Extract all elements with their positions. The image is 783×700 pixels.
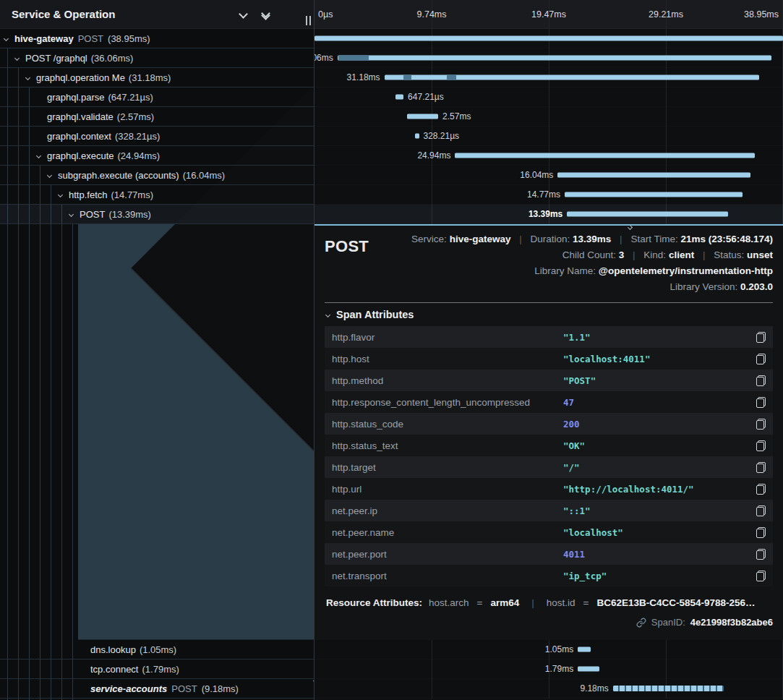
tree-row-graphql-execute[interactable]: graphql.execute (24.94ms) xyxy=(0,146,314,166)
span-operation: graphql.execute xyxy=(47,150,114,161)
duration-label: 1.79ms xyxy=(545,660,573,679)
span-bar[interactable] xyxy=(557,173,750,178)
tree-row-service-accounts-post[interactable]: service-accounts POST (9.18ms) xyxy=(0,679,314,699)
tree-row-post-graphql[interactable]: POST /graphql (36.06ms) xyxy=(0,48,314,68)
timeline-rows-bottom: 1.05ms 1.79ms 9.18ms xyxy=(315,640,783,699)
chevron-down-icon xyxy=(325,312,330,317)
copy-icon[interactable] xyxy=(756,397,766,408)
tree-row-graphql-validate[interactable]: graphql.validate (2.57ms) xyxy=(0,107,314,127)
link-icon[interactable] xyxy=(636,618,646,628)
span-bar-segment xyxy=(338,56,369,61)
duration-label: 14.77ms xyxy=(527,185,560,205)
tree-guide-line xyxy=(72,224,73,700)
span-operation: http.fetch xyxy=(69,189,107,200)
tick-label: 0µs xyxy=(318,0,333,29)
tree-row-hive-gateway-post[interactable]: hive-gateway POST (38.95ms) xyxy=(0,29,314,48)
span-operation: graphql.operation Me xyxy=(36,72,125,83)
copy-icon[interactable] xyxy=(756,332,766,343)
copy-icon[interactable] xyxy=(756,354,766,364)
attribute-row: net.peer.port 4011 xyxy=(325,543,773,565)
copy-icon[interactable] xyxy=(756,419,766,430)
copy-icon[interactable] xyxy=(756,527,766,538)
copy-icon[interactable] xyxy=(756,505,766,516)
tree-row-dns-lookup[interactable]: dns.lookup (1.05ms) xyxy=(0,640,314,660)
duration-label: 1.05ms xyxy=(545,640,573,660)
copy-icon[interactable] xyxy=(756,484,766,495)
tree-row-tcp-connect[interactable]: tcp.connect (1.79ms) xyxy=(0,660,314,679)
copy-icon[interactable] xyxy=(756,375,766,386)
span-bar[interactable] xyxy=(567,212,728,217)
trace-viewer: Service & Operation hive-gateway POST (3… xyxy=(0,0,783,700)
span-tree-panel: Service & Operation hive-gateway POST (3… xyxy=(0,0,314,700)
double-chevron-down-icon[interactable] xyxy=(262,10,269,19)
timeline-row: 38.95ms xyxy=(315,29,783,48)
timeline-row: 2.57ms xyxy=(315,107,783,127)
tree-guide-line xyxy=(40,166,40,700)
span-bar[interactable] xyxy=(385,75,759,80)
attribute-row: http.status_code 200 xyxy=(325,413,773,435)
span-bar[interactable] xyxy=(613,686,724,691)
expander-down-icon[interactable] xyxy=(69,213,80,216)
span-operation: POST xyxy=(171,683,197,694)
span-bar[interactable] xyxy=(455,153,755,158)
attribute-row: net.peer.ip "::1" xyxy=(325,500,773,521)
expander-down-icon[interactable] xyxy=(37,154,47,158)
copy-icon[interactable] xyxy=(756,462,766,473)
tree-guide-line xyxy=(61,205,62,700)
copy-icon[interactable] xyxy=(756,440,766,451)
span-duration: (16.04ms) xyxy=(183,170,226,181)
tree-row-post-selected[interactable]: POST (13.39ms) xyxy=(0,205,314,224)
panel-resizer[interactable] xyxy=(306,16,311,25)
tree-row-http-fetch[interactable]: http.fetch (14.77ms) xyxy=(0,185,314,205)
attribute-row: http.target "/" xyxy=(325,456,773,478)
span-bar[interactable] xyxy=(395,95,403,100)
duration-label: 13.39ms xyxy=(529,205,562,224)
span-bar[interactable] xyxy=(315,36,783,41)
span-id-row: SpanID: 4e21998f3b82abe6 xyxy=(325,617,773,628)
span-attributes-header[interactable]: Span Attributes xyxy=(326,309,773,320)
expander-down-icon[interactable] xyxy=(59,193,69,197)
timeline-row-selected: 13.39ms xyxy=(315,205,783,224)
span-detail-panel: POST Service: hive-gateway | Duration: 1… xyxy=(315,224,783,640)
attribute-row: http.response_content_length_uncompresse… xyxy=(325,391,773,413)
tree-row-graphql-operation-me[interactable]: graphql.operation Me (31.18ms) xyxy=(0,68,314,88)
span-bar[interactable] xyxy=(338,56,771,61)
span-bar[interactable] xyxy=(578,667,599,672)
span-operation: dns.lookup xyxy=(90,644,136,655)
attribute-row: http.host "localhost:4011" xyxy=(325,348,773,370)
span-duration: (31.18ms) xyxy=(129,72,171,83)
copy-icon[interactable] xyxy=(756,549,766,560)
expander-down-icon[interactable] xyxy=(15,56,25,60)
span-bar[interactable] xyxy=(407,114,438,119)
tree-row-graphql-context[interactable]: graphql.context (328.21µs) xyxy=(0,127,314,146)
span-duration: (328.21µs) xyxy=(115,131,160,142)
span-bar[interactable] xyxy=(578,647,590,652)
span-bar[interactable] xyxy=(565,192,743,197)
span-operation: graphql.validate xyxy=(47,111,114,122)
timeline-rows: 38.95ms 36.06ms 31.18ms 647.21µs 2.57ms xyxy=(315,29,783,224)
resource-value: BC62E13B-C4CC-5854-9788-256… xyxy=(596,597,755,608)
timeline-ruler: 0µs 9.74ms 19.47ms 29.21ms 38.95ms xyxy=(315,0,783,29)
duration-label: 16.04ms xyxy=(520,166,553,185)
span-operation: tcp.connect xyxy=(90,664,139,675)
span-duration: (1.79ms) xyxy=(142,664,179,675)
expander-down-icon[interactable] xyxy=(26,76,36,80)
meta-library-version: 0.203.0 xyxy=(740,281,773,292)
expander-down-icon[interactable] xyxy=(48,174,58,177)
span-bar[interactable] xyxy=(415,134,419,139)
tree-row-graphql-parse[interactable]: graphql.parse (647.21µs) xyxy=(0,88,314,107)
timeline-row: 1.79ms xyxy=(315,660,783,679)
tree-header-title: Service & Operation xyxy=(12,8,240,20)
timeline-row: 328.21µs xyxy=(315,127,783,146)
attribute-row: http.method "POST" xyxy=(325,370,773,391)
resource-attributes-header[interactable]: Resource Attributes: host.arch=arm64 | h… xyxy=(325,597,773,608)
expander-down-icon[interactable] xyxy=(4,37,14,40)
tree-row-subgraph-execute[interactable]: subgraph.execute (accounts) (16.04ms) xyxy=(0,166,314,185)
span-duration: (647.21µs) xyxy=(108,92,153,103)
duration-label: 31.18ms xyxy=(347,68,380,88)
timeline-row: 9.18ms xyxy=(315,679,783,699)
chevron-down-icon[interactable] xyxy=(239,9,248,19)
copy-icon[interactable] xyxy=(756,571,766,581)
timeline-row: 36.06ms xyxy=(315,48,783,68)
tree-toolbar xyxy=(240,10,285,19)
